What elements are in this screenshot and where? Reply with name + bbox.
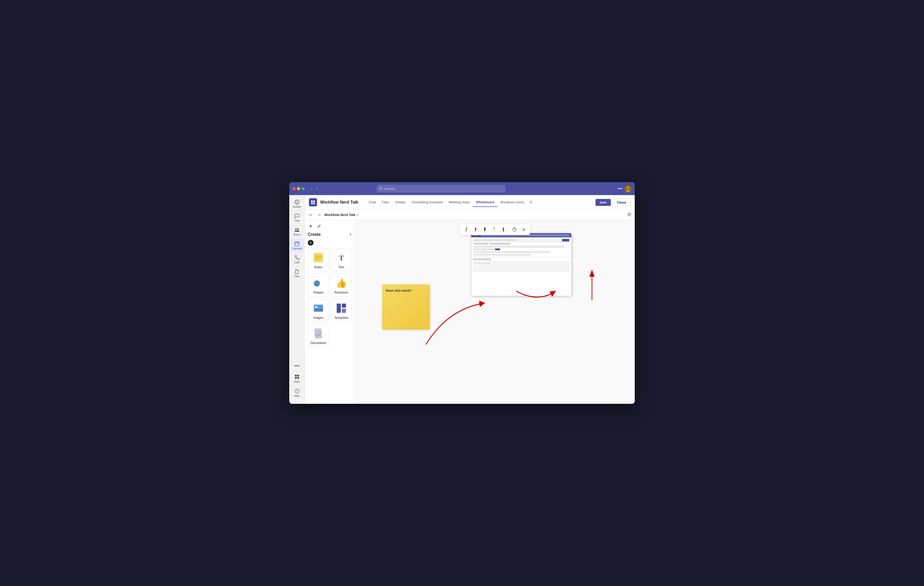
close-button[interactable]: Close — [613, 199, 630, 206]
screenshot-embed[interactable]: Type details for this new meeting — [471, 233, 572, 296]
create-item-images[interactable]: Images — [308, 299, 329, 322]
sidebar-item-chat-label: Chat — [294, 219, 300, 222]
highlighter-tool[interactable] — [490, 226, 498, 234]
ss-tool-2 — [476, 258, 478, 260]
search-input[interactable] — [384, 187, 503, 191]
nav-back-button[interactable]: ‹ — [309, 185, 314, 192]
svg-rect-13 — [295, 375, 297, 377]
nav-forward-button[interactable]: › — [315, 185, 319, 192]
shapes-svg-icon — [313, 277, 324, 289]
breadcrumb-text: Workflow Nerd Talk — [324, 213, 355, 217]
maximize-traffic-light[interactable] — [302, 187, 305, 190]
sidebar-item-more[interactable]: ••• — [290, 361, 304, 371]
sidebar-item-calls[interactable]: Calls — [290, 253, 304, 266]
teams-icon — [294, 227, 300, 233]
svg-rect-20 — [313, 201, 315, 202]
redo-button[interactable]: ↪ — [316, 212, 322, 218]
minimize-traffic-light[interactable] — [297, 187, 300, 190]
svg-rect-19 — [311, 201, 313, 202]
sidebar-bottom: ••• Apps ? — [290, 361, 304, 402]
sticky-note[interactable]: Does this work? — [382, 285, 430, 329]
ss-join-btn — [562, 239, 569, 242]
text-svg-icon: T — [336, 252, 347, 263]
sidebar-item-help[interactable]: ? Help — [290, 386, 304, 400]
notes-svg-icon — [313, 252, 324, 263]
ss-tab-label2 — [482, 239, 492, 241]
svg-text:T: T — [339, 254, 344, 262]
close-traffic-light[interactable] — [292, 187, 295, 190]
ss-tab-label3 — [493, 239, 502, 241]
channel-icon-svg — [311, 200, 315, 205]
channel-header-right: Join Close — [596, 199, 630, 206]
ss-content: Type details for this new meeting — [472, 242, 570, 273]
highlighter-icon — [492, 227, 497, 232]
sidebar-item-files[interactable]: Files — [290, 267, 304, 280]
ss-tab-label4 — [503, 239, 516, 241]
create-panel-close-button[interactable]: × — [349, 232, 351, 237]
marker-tool[interactable] — [481, 226, 488, 234]
screenshot-inner: Type details for this new meeting — [471, 233, 571, 296]
rotate-tool[interactable] — [510, 226, 518, 234]
settings-button[interactable] — [627, 212, 632, 218]
pen-tool-button[interactable] — [316, 223, 322, 230]
ss-header-row — [474, 243, 569, 245]
documents-icon — [312, 327, 325, 340]
tab-add-button[interactable]: + — [527, 198, 534, 207]
create-item-reactions[interactable]: 👍 Reactions — [331, 273, 351, 296]
channel-tabs: Chat Files Details Scheduling Assistant … — [366, 198, 534, 207]
ss-divider — [474, 257, 569, 257]
red-marker-tool[interactable] — [472, 226, 479, 234]
images-icon — [312, 302, 325, 314]
selection-tool-button[interactable] — [308, 223, 314, 230]
join-button[interactable]: Join — [596, 199, 611, 206]
red-pen-tool[interactable] — [499, 226, 507, 234]
breadcrumb[interactable]: Workflow Nerd Talk ▾ — [324, 213, 358, 217]
undo-button[interactable]: ↩ — [308, 212, 314, 218]
tab-whiteboard[interactable]: Whiteboard — [473, 198, 498, 207]
sidebar-item-activity[interactable]: Activity — [290, 197, 304, 211]
nav-arrows: ‹ › — [309, 185, 319, 192]
tab-files[interactable]: Files — [379, 198, 392, 207]
cursor-icon — [309, 224, 313, 228]
close-toolbar-button[interactable] — [520, 226, 528, 234]
tab-breakout[interactable]: Breakout rooms — [498, 198, 528, 207]
tab-details[interactable]: Details — [392, 198, 409, 207]
pencil-tool[interactable] — [462, 226, 470, 234]
add-item-button[interactable]: + — [308, 240, 314, 245]
images-svg-icon — [313, 303, 324, 314]
create-panel-header: Create × — [308, 232, 351, 237]
help-icon: ? — [294, 388, 300, 394]
svg-rect-22 — [313, 202, 315, 204]
ss-placeholder-text: Type details for this new meeting — [474, 262, 569, 265]
create-item-documents-label: Documents — [310, 341, 326, 345]
svg-point-8 — [297, 230, 299, 232]
svg-point-6 — [297, 228, 299, 230]
create-item-shapes[interactable]: Shapes — [308, 273, 329, 296]
tab-meeting-notes[interactable]: Meeting notes — [446, 198, 473, 207]
ss-row-3 — [474, 254, 531, 256]
create-item-templates-label: Templates — [334, 316, 348, 319]
svg-rect-34 — [342, 304, 346, 308]
create-item-notes[interactable]: Notes — [308, 248, 329, 272]
create-item-text[interactable]: T Text — [331, 248, 351, 272]
sidebar-item-apps[interactable]: Apps — [290, 372, 304, 385]
pen-icon — [317, 224, 321, 228]
notes-icon — [312, 252, 325, 264]
avatar[interactable] — [624, 185, 632, 192]
sidebar-item-teams[interactable]: Teams — [290, 225, 304, 239]
create-item-documents[interactable]: Documents — [308, 324, 329, 347]
ss-tool-1 — [474, 258, 475, 260]
breadcrumb-chevron: ▾ — [356, 213, 358, 216]
tab-scheduling[interactable]: Scheduling Assistant — [409, 198, 446, 207]
pen-tools-bar — [308, 223, 351, 230]
whiteboard-canvas[interactable]: Does this work? — [355, 220, 635, 404]
more-options-icon[interactable]: ••• — [617, 186, 622, 191]
create-item-templates[interactable]: Templates — [331, 299, 351, 322]
channel-name: Workflow Nerd Talk — [320, 200, 358, 205]
activity-icon — [294, 199, 300, 205]
sidebar-item-chat[interactable]: Chat — [290, 211, 304, 224]
sidebar-item-calendar[interactable]: Calendar — [290, 239, 304, 252]
pencil-icon — [464, 227, 469, 232]
search-bar[interactable] — [377, 185, 506, 193]
tab-chat[interactable]: Chat — [366, 198, 379, 207]
